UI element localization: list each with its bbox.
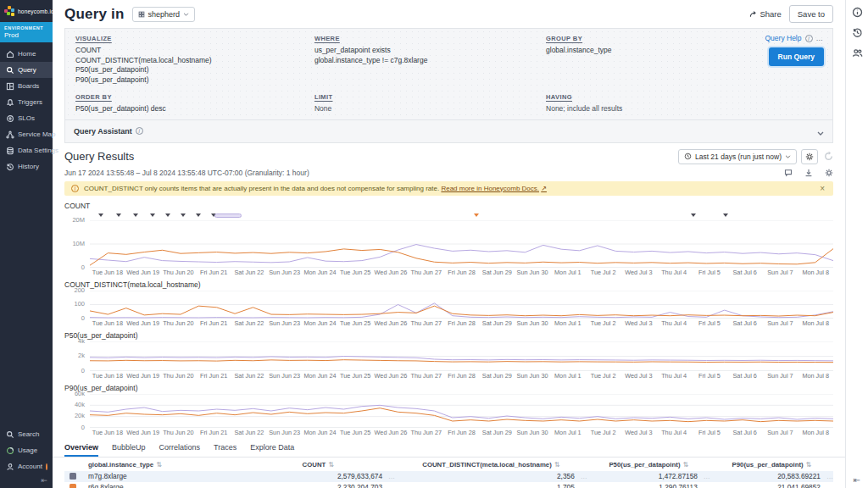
- visualize-clause[interactable]: COUNT_DISTINCT(meta.local_hostname): [75, 56, 314, 66]
- sidebar-item-account[interactable]: Account: [0, 458, 53, 474]
- sidebar-item-history[interactable]: History: [0, 158, 53, 175]
- deploy-marker-icon[interactable]: [723, 214, 728, 217]
- y-axis-tick: 40k: [75, 401, 85, 408]
- environment-switcher[interactable]: ENVIRONMENT Prod: [0, 22, 53, 42]
- sort-icon[interactable]: ⇅: [156, 461, 162, 469]
- download-icon[interactable]: [804, 169, 813, 177]
- deploy-marker-icon[interactable]: [150, 214, 155, 217]
- sidebar-item-data-settings[interactable]: Data Settings: [0, 142, 53, 158]
- zoom-selection-pill[interactable]: [214, 214, 242, 218]
- time-range-selector[interactable]: Last 21 days (run just now): [678, 149, 797, 164]
- x-axis-label: Wed Jul 3: [620, 319, 656, 327]
- dataset-selector[interactable]: shepherd: [132, 7, 196, 22]
- team-icon[interactable]: [852, 47, 863, 58]
- having-clause[interactable]: None; include all results: [546, 104, 822, 114]
- warning-info-icon: i: [71, 185, 79, 192]
- gear-icon[interactable]: [825, 169, 833, 177]
- order-by-section[interactable]: ORDER BY P50(us_per_datapoint) desc: [75, 93, 314, 114]
- x-axis-label: Fri Jun 21: [196, 372, 231, 380]
- sort-icon[interactable]: ⇅: [328, 461, 334, 469]
- panel-collapse-icon[interactable]: ⇤: [854, 475, 860, 488]
- sidebar-item-triggers[interactable]: Triggers: [0, 94, 53, 110]
- graph-settings-button[interactable]: [801, 149, 818, 164]
- tab-traces[interactable]: Traces: [214, 443, 236, 457]
- main-content: Query in shepherd Share Save to Query He…: [53, 0, 845, 488]
- save-to-button[interactable]: Save to: [789, 5, 833, 23]
- x-axis-label: Sat Jun 22: [231, 372, 267, 380]
- limit-clause[interactable]: None: [314, 104, 546, 114]
- tab-bubbleup[interactable]: BubbleUp: [112, 443, 146, 457]
- visualize-clause[interactable]: COUNT: [75, 46, 314, 56]
- x-axis-label: Fri Jul 5: [692, 269, 727, 276]
- banner-close-icon[interactable]: ×: [818, 184, 826, 193]
- sort-icon[interactable]: ⇅: [682, 461, 688, 469]
- order-by-clause[interactable]: P50(us_per_datapoint) desc: [75, 104, 314, 114]
- where-clause[interactable]: global.instance_type != c7g.8xlarge: [314, 56, 546, 66]
- x-axis-label: Sat Jun 29: [479, 269, 515, 276]
- marker-band: [90, 212, 833, 220]
- table-row[interactable]: m7g.8xlarge 2,579,633,674… 2,356… 1,472.…: [64, 471, 833, 482]
- time-summary-row: Jun 17 2024 13:55:48 – Jul 8 2024 13:55:…: [53, 166, 845, 179]
- chart-count-distinct[interactable]: COUNT_DISTINCT(meta.local_hostname) 2001…: [64, 280, 833, 329]
- sidebar-item-boards[interactable]: Boards: [0, 78, 53, 94]
- comment-icon[interactable]: [784, 169, 793, 177]
- share-button[interactable]: Share: [749, 9, 781, 19]
- x-axis-label: Fri Jul 5: [692, 372, 727, 380]
- visualize-label[interactable]: VISUALIZE: [75, 35, 314, 42]
- limit-section[interactable]: LIMIT None: [314, 93, 546, 114]
- sidebar-collapse-icon[interactable]: ⇤: [0, 474, 53, 488]
- visualize-clause[interactable]: P90(us_per_datapoint): [75, 75, 314, 86]
- sort-icon[interactable]: ⇅: [554, 461, 560, 469]
- sidebar-item-query[interactable]: Query: [0, 62, 53, 78]
- sidebar-item-home[interactable]: Home: [0, 46, 53, 62]
- sidebar-item-usage[interactable]: Usage: [0, 442, 53, 458]
- deploy-marker-icon[interactable]: [165, 214, 170, 217]
- sidebar-item-slos[interactable]: SLOs: [0, 110, 53, 126]
- visualize-section[interactable]: VISUALIZE COUNT COUNT_DISTINCT(meta.loca…: [75, 35, 314, 85]
- visualize-clause[interactable]: P50(us_per_datapoint): [75, 65, 314, 75]
- deploy-marker-icon[interactable]: [98, 214, 103, 217]
- deploy-marker-icon[interactable]: [133, 214, 138, 217]
- info-icon[interactable]: [852, 7, 863, 18]
- deploy-marker-icon[interactable]: [474, 214, 479, 217]
- x-axis-label: Sun Jun 30: [515, 372, 550, 380]
- where-section[interactable]: WHERE us_per_datapoint exists global.ins…: [314, 35, 546, 85]
- chart-count[interactable]: COUNT 20M10M0 Tue Jun 18Wed Jun 19Thu Ju…: [64, 202, 833, 278]
- query-help-link[interactable]: Query Help i …: [765, 34, 825, 42]
- where-clause[interactable]: us_per_datapoint exists: [314, 46, 546, 56]
- x-axis-label: Thu Jul 4: [656, 269, 692, 276]
- sidebar-item-label: Usage: [18, 446, 37, 454]
- chart-p50[interactable]: P50(us_per_datapoint) 4k2k0 Tue Jun 18We…: [64, 331, 833, 381]
- deploy-marker-icon[interactable]: [196, 214, 201, 217]
- chart-title: COUNT: [64, 202, 833, 210]
- order-by-label[interactable]: ORDER BY: [75, 93, 314, 101]
- refresh-button-disabled[interactable]: [824, 149, 833, 164]
- x-axis-label: Mon Jul 8: [798, 429, 833, 436]
- having-section[interactable]: HAVING None; include all results: [546, 93, 822, 114]
- sidebar-item-service-map[interactable]: Service Map: [0, 126, 53, 142]
- y-axis-tick: 0: [81, 263, 85, 271]
- tab-correlations[interactable]: Correlations: [159, 443, 201, 457]
- query-assistant-bar[interactable]: Query Assistant i: [64, 119, 833, 143]
- deploy-marker-icon[interactable]: [691, 214, 696, 217]
- limit-label[interactable]: LIMIT: [314, 93, 546, 101]
- sidebar-item-search[interactable]: Search: [0, 426, 53, 442]
- chart-p90[interactable]: P90(us_per_datapoint) 60k40k20k0 Tue Jun…: [64, 384, 833, 438]
- deploy-marker-icon[interactable]: [181, 214, 186, 217]
- honeycomb-logo[interactable]: honeycomb.io: [0, 0, 53, 22]
- run-query-button[interactable]: Run Query: [769, 47, 824, 66]
- overflow-menu-icon[interactable]: …: [816, 34, 825, 42]
- having-label[interactable]: HAVING: [546, 93, 822, 101]
- table-row[interactable]: r6g.8xlarge 2,230,204,703… 1,705… 1,290.…: [64, 482, 833, 488]
- docs-link[interactable]: Read more in Honeycomb Docs.: [441, 185, 539, 192]
- deploy-marker-icon[interactable]: [116, 214, 121, 217]
- tab-explore-data[interactable]: Explore Data: [250, 443, 294, 457]
- chevron-down-icon[interactable]: [817, 124, 824, 139]
- where-label[interactable]: WHERE: [314, 35, 546, 42]
- sort-icon[interactable]: ⇅: [806, 461, 812, 469]
- x-axis-label: Tue Jun 18: [90, 319, 125, 327]
- bell-icon: [5, 97, 14, 107]
- refresh-icon: [824, 152, 833, 161]
- query-history-icon[interactable]: [852, 27, 863, 38]
- tab-overview[interactable]: Overview: [64, 443, 98, 457]
